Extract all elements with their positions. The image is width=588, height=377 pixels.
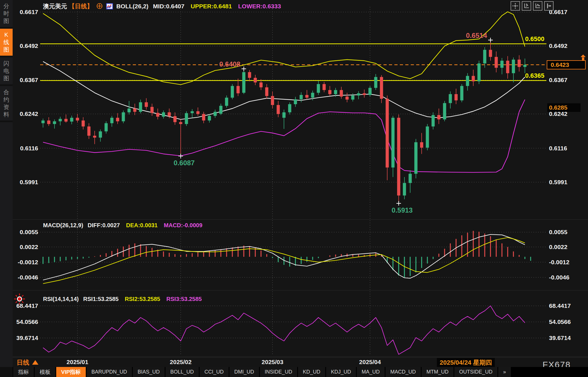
candle[interactable] xyxy=(265,84,268,99)
candle[interactable] xyxy=(478,61,481,84)
period-selector[interactable]: 日线 xyxy=(17,358,38,367)
candle[interactable] xyxy=(242,69,246,94)
toolbar-tab-13[interactable]: MACD_UD xyxy=(385,367,421,377)
toolbar-tab-6[interactable]: BOLL_UD xyxy=(166,367,199,377)
candle[interactable] xyxy=(145,98,148,110)
candle[interactable] xyxy=(518,55,521,72)
toolbar-tab-4[interactable]: BARUPDN_UD xyxy=(87,367,132,377)
candle[interactable] xyxy=(363,90,366,98)
candle[interactable] xyxy=(214,110,217,118)
candle[interactable] xyxy=(460,84,464,102)
candle[interactable] xyxy=(156,108,159,119)
candle[interactable] xyxy=(374,74,377,90)
candle[interactable] xyxy=(225,96,228,108)
candle[interactable] xyxy=(409,170,412,193)
candle[interactable] xyxy=(501,58,504,74)
candle[interactable] xyxy=(455,89,458,104)
toolbar-tab-3[interactable]: VIP指标 xyxy=(56,367,86,377)
candle[interactable] xyxy=(42,118,45,127)
candle[interactable] xyxy=(380,75,383,103)
toolbar-tab-16[interactable]: » xyxy=(498,367,511,377)
candle[interactable] xyxy=(466,73,469,91)
candle[interactable] xyxy=(65,114,68,123)
candle[interactable] xyxy=(53,119,56,129)
candle[interactable] xyxy=(300,92,303,102)
candle[interactable] xyxy=(472,70,475,86)
candle[interactable] xyxy=(208,114,211,123)
candle[interactable] xyxy=(489,40,492,61)
toolbar-tab-7[interactable]: CCI_UD xyxy=(200,367,229,377)
candle[interactable] xyxy=(70,116,73,124)
candle[interactable] xyxy=(254,75,257,85)
candle[interactable] xyxy=(346,93,349,102)
candle[interactable] xyxy=(357,91,360,99)
candle[interactable] xyxy=(82,117,85,130)
sidebar-item-contract-info[interactable]: 合约资料 xyxy=(0,86,13,122)
toolbar-tab-8[interactable]: DMI_UD xyxy=(229,367,259,377)
candle[interactable] xyxy=(87,123,91,139)
candle[interactable] xyxy=(277,101,280,117)
candle[interactable] xyxy=(283,110,286,129)
candle[interactable] xyxy=(116,113,119,124)
candle[interactable] xyxy=(369,86,372,97)
candle[interactable] xyxy=(202,112,205,123)
toolbar-tab-14[interactable]: MTM_UD xyxy=(422,367,453,377)
candle[interactable] xyxy=(403,177,406,199)
candle[interactable] xyxy=(305,90,309,100)
candle[interactable] xyxy=(76,114,79,123)
period-tag[interactable]: 【日线】 xyxy=(69,3,93,9)
candle[interactable] xyxy=(179,119,182,156)
candle[interactable] xyxy=(495,51,498,72)
candle[interactable] xyxy=(294,97,297,107)
pan-tool-icon[interactable] xyxy=(511,1,520,11)
toolbar-tab-5[interactable]: BIAS_UD xyxy=(133,367,165,377)
candle[interactable] xyxy=(323,82,326,92)
candle[interactable] xyxy=(110,116,114,127)
scale-y-axis-icon[interactable] xyxy=(522,1,531,11)
toolbar-tab-9[interactable]: INSIDE_UD xyxy=(260,367,297,377)
candle[interactable] xyxy=(523,59,527,73)
toolbar-tab-15[interactable]: OUTSIDE_UD xyxy=(454,367,497,377)
candle[interactable] xyxy=(328,86,332,96)
candle[interactable] xyxy=(386,96,389,180)
candle[interactable] xyxy=(139,100,142,113)
toolbar-tab-11[interactable]: KDJ_UD xyxy=(326,367,356,377)
candle[interactable] xyxy=(443,101,446,121)
candle[interactable] xyxy=(426,124,429,150)
candle[interactable] xyxy=(317,81,320,95)
sidebar-item-candle-chart[interactable]: K线图 xyxy=(0,29,13,57)
candle[interactable] xyxy=(93,131,96,144)
candle[interactable] xyxy=(420,133,423,154)
candle[interactable] xyxy=(59,117,62,125)
candle[interactable] xyxy=(506,56,509,79)
sidebar-item-timeline-chart[interactable]: 分时图 xyxy=(0,0,13,29)
candle[interactable] xyxy=(340,87,343,99)
candle[interactable] xyxy=(133,104,137,115)
toolbar-tab-10[interactable]: KD_UD xyxy=(298,367,325,377)
candle[interactable] xyxy=(122,110,125,123)
candle[interactable] xyxy=(196,107,200,116)
candle[interactable] xyxy=(191,109,194,118)
candle[interactable] xyxy=(162,110,165,118)
shift-chart-icon[interactable] xyxy=(544,1,554,11)
toolbar-tab-1[interactable]: 指标 xyxy=(13,367,34,377)
candle[interactable] xyxy=(219,104,223,115)
candle[interactable] xyxy=(47,117,50,126)
indicator-chart-icon[interactable] xyxy=(106,3,113,11)
candle[interactable] xyxy=(449,92,452,109)
sidebar-item-lightning-chart[interactable]: 闪电图 xyxy=(0,57,13,86)
candle[interactable] xyxy=(351,93,355,101)
candle[interactable] xyxy=(397,114,400,203)
candle[interactable] xyxy=(288,102,291,114)
candle[interactable] xyxy=(437,108,441,124)
candle[interactable] xyxy=(128,101,131,114)
candle[interactable] xyxy=(231,84,234,99)
candle[interactable] xyxy=(174,112,177,125)
candle[interactable] xyxy=(237,79,240,96)
candle[interactable] xyxy=(105,121,108,134)
candle[interactable] xyxy=(414,139,418,178)
candle[interactable] xyxy=(432,112,435,130)
candle[interactable] xyxy=(392,116,395,177)
target-icon[interactable] xyxy=(96,3,103,11)
candle[interactable] xyxy=(248,70,251,81)
